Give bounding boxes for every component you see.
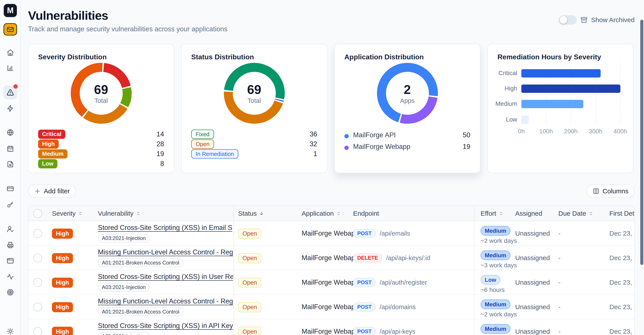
bar-medium: [521, 100, 583, 108]
row-checkbox[interactable]: [33, 229, 42, 238]
severity-badge: High: [52, 302, 73, 312]
table-row[interactable]: High Stored Cross-Site Scripting (XSS) i…: [28, 319, 634, 335]
legend-value: 19: [463, 143, 470, 151]
table-row[interactable]: High Stored Cross-Site Scripting (XSS) i…: [28, 221, 634, 246]
bar-label-critical: Critical: [491, 70, 517, 77]
donut-segment-open: [228, 92, 279, 119]
endpoint-cell: POST /api/emails: [353, 221, 410, 246]
legend-row: Open32: [191, 139, 317, 149]
sidebar-item-reports[interactable]: [6, 241, 14, 249]
card-title: Application Distribution: [344, 53, 424, 61]
bar-label-medium: Medium: [491, 100, 517, 107]
column-header-severity[interactable]: Severity: [52, 206, 83, 221]
sort-desc-icon: [259, 211, 264, 216]
vulnerability-cell: Stored Cross-Site Scripting (XSS) in Ema…: [98, 221, 233, 246]
sidebar-item-web[interactable]: [6, 129, 14, 136]
legend-row: High28: [38, 139, 164, 149]
legend-value: 36: [310, 130, 317, 138]
sidebar-item-apps[interactable]: [6, 257, 14, 265]
sidebar-item-actions[interactable]: [6, 105, 14, 112]
table-body: High Stored Cross-Site Scripting (XSS) i…: [28, 221, 634, 335]
row-checkbox[interactable]: [33, 327, 42, 335]
donut-segment-mailforge-webapp: [401, 97, 433, 119]
sun-icon: [6, 328, 14, 335]
table-row[interactable]: High Missing Function-Level Access Contr…: [28, 295, 634, 319]
application-cell: MailForge Webapp: [302, 295, 359, 319]
status-donut-chart: 69 Total: [224, 63, 285, 124]
sidebar-item-documents[interactable]: [6, 160, 14, 168]
effort-badge: Medium: [480, 226, 510, 236]
sidebar-item-billing[interactable]: [6, 185, 14, 192]
sidebar-item-targets[interactable]: [6, 289, 14, 296]
endpoint-cell: DELETE /api/api-keys/:id: [353, 246, 430, 270]
brand-logo[interactable]: M: [4, 4, 17, 17]
legend-label: MailForge Webapp: [353, 143, 410, 150]
sidebar-item-calendar[interactable]: [6, 145, 14, 152]
table-row[interactable]: High Stored Cross-Site Scripting (XSS) i…: [28, 270, 634, 295]
remediation-bar-chart: 0h100h200h300h400hCriticalHighMediumLow: [488, 44, 633, 173]
effort-badge: Low: [480, 275, 500, 285]
mail-icon: [6, 25, 14, 33]
column-header-due-date[interactable]: Due Date: [558, 206, 594, 221]
vulnerability-link[interactable]: Stored Cross-Site Scripting (XSS) in Use…: [98, 273, 233, 281]
columns-button[interactable]: Columns: [586, 185, 634, 198]
sidebar-item-home[interactable]: [6, 49, 14, 56]
legend-row: Medium19: [38, 149, 164, 159]
row-checkbox[interactable]: [33, 278, 42, 287]
legend-value: 14: [156, 130, 164, 138]
severity-badge: High: [52, 278, 73, 288]
vulnerability-link[interactable]: Stored Cross-Site Scripting (XSS) in API…: [98, 322, 233, 330]
vulnerability-cell: Stored Cross-Site Scripting (XSS) in Use…: [98, 270, 233, 295]
due-date-cell: -: [558, 319, 560, 335]
archive-icon: [580, 16, 588, 24]
legend-value: 19: [156, 150, 164, 158]
column-header-status[interactable]: Status: [238, 206, 264, 221]
show-archived-toggle[interactable]: [559, 15, 577, 24]
status-badge: Open: [238, 229, 261, 239]
severity-distribution-card: Severity Distribution 69 Total Critical1…: [28, 44, 174, 173]
theme-toggle[interactable]: [6, 328, 14, 335]
api-dot: [344, 134, 349, 138]
due-date-cell: -: [558, 295, 560, 319]
vulnerability-link[interactable]: Missing Function-Level Access Control - …: [98, 297, 233, 305]
bar-chart-icon: [6, 64, 14, 72]
status-distribution-card: Status Distribution 69 Total Fixed36 Ope…: [181, 44, 327, 173]
key-icon: [6, 201, 14, 208]
column-header-application[interactable]: Application: [302, 206, 341, 221]
x-axis-tick: 100h: [539, 128, 553, 135]
open-badge: Open: [191, 139, 214, 149]
column-header-endpoint[interactable]: Endpoint: [353, 206, 379, 221]
add-filter-button[interactable]: Add filter: [28, 185, 76, 198]
select-all-checkbox[interactable]: [33, 209, 42, 218]
column-header-vulnerability[interactable]: Vulnerability: [98, 206, 141, 221]
status-legend: Fixed36 Open32 In Remediation1: [191, 129, 317, 159]
vulnerability-link[interactable]: Stored Cross-Site Scripting (XSS) in Ema…: [98, 224, 233, 232]
donut-segment-low: [124, 88, 127, 105]
vertical-scrollbar[interactable]: [640, 20, 643, 265]
remediation-hours-card: Remediation Hours by Severity 0h100h200h…: [488, 44, 634, 173]
sidebar-item-analytics[interactable]: [6, 64, 14, 72]
effort-time: ~2 work days: [480, 311, 517, 318]
mailforge-app-icon[interactable]: [4, 23, 17, 35]
table-row[interactable]: High Missing Function-Level Access Contr…: [28, 246, 634, 270]
column-header-effort[interactable]: Effort: [480, 206, 504, 221]
endpoint-cell: POST /api/domains: [353, 295, 416, 319]
pinned-column-divider: [234, 206, 234, 335]
severity-badge: High: [52, 229, 73, 239]
column-header-first-detected[interactable]: First Detected: [610, 206, 635, 221]
row-checkbox[interactable]: [33, 303, 42, 311]
vulnerability-link[interactable]: Missing Function-Level Access Control - …: [98, 248, 233, 256]
effort-cell: Medium ~2 work days: [480, 295, 517, 318]
sidebar-item-activity[interactable]: [6, 273, 14, 281]
legend-value: 28: [156, 140, 164, 148]
table-header-row: Severity Vulnerability Status Applicatio…: [28, 206, 634, 221]
sidebar-item-users[interactable]: [6, 225, 14, 233]
sidebar-item-api-keys[interactable]: [6, 201, 14, 208]
globe-icon: [6, 129, 14, 136]
row-checkbox[interactable]: [33, 254, 42, 262]
x-axis-tick: 200h: [564, 128, 578, 135]
effort-time: ~3 work days: [480, 262, 517, 269]
column-header-assigned[interactable]: Assigned: [515, 206, 542, 221]
page-title: Vulnerabilities: [28, 8, 227, 22]
in-remediation-badge: In Remediation: [191, 149, 238, 159]
